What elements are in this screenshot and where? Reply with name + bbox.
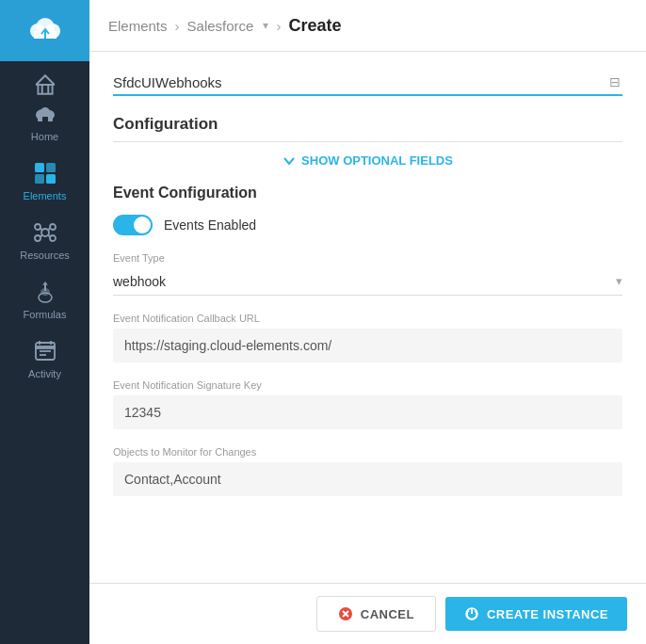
sidebar-item-activity[interactable]: Activity — [0, 328, 89, 387]
event-type-label: Event Type — [113, 252, 622, 264]
svg-rect-4 — [38, 85, 52, 94]
show-optional-fields-button[interactable]: SHOW OPTIONAL FIELDS — [113, 153, 622, 168]
main-content: Elements › Salesforce ▾ › Create ⊟ Confi… — [89, 0, 646, 644]
breadcrumb-dropdown-icon[interactable]: ▾ — [263, 19, 268, 32]
objects-monitor-label: Objects to Monitor for Changes — [113, 446, 622, 458]
signature-key-label: Event Notification Signature Key — [113, 379, 622, 391]
event-config-header: Event Configuration — [113, 185, 622, 201]
top-header: Elements › Salesforce ▾ › Create — [89, 0, 646, 52]
event-type-group: Event Type webhook — [113, 252, 622, 296]
form-area: ⊟ Configuration SHOW OPTIONAL FIELDS Eve… — [89, 52, 646, 583]
sidebar-resources-label: Resources — [20, 250, 70, 261]
create-instance-button[interactable]: CREATE INSTANCE — [445, 597, 627, 631]
signature-key-input[interactable] — [113, 395, 622, 429]
sidebar-elements-label: Elements — [24, 190, 67, 201]
events-enabled-row: Events Enabled — [113, 215, 622, 235]
power-icon — [464, 606, 479, 621]
callback-url-group: Event Notification Callback URL — [113, 313, 622, 362]
svg-point-18 — [50, 235, 56, 241]
sidebar-logo — [0, 0, 89, 61]
cancel-button[interactable]: CANCEL — [316, 596, 436, 632]
sidebar-item-elements[interactable]: Elements — [0, 150, 89, 209]
events-enabled-label: Events Enabled — [164, 217, 256, 233]
objects-monitor-value[interactable]: Contact,Account — [113, 462, 622, 496]
sidebar-formulas-label: Formulas — [24, 309, 67, 320]
sidebar: Home Elements — [0, 0, 89, 644]
breadcrumb-sep2: › — [276, 18, 281, 34]
svg-point-17 — [35, 235, 40, 241]
breadcrumb-salesforce[interactable]: Salesforce — [187, 18, 254, 34]
svg-line-19 — [40, 228, 42, 231]
svg-line-21 — [40, 234, 42, 237]
breadcrumb-current: Create — [288, 16, 341, 36]
instance-name-wrapper: ⊟ — [113, 71, 622, 96]
configuration-section-header: Configuration — [113, 115, 622, 142]
svg-point-16 — [50, 224, 56, 230]
callback-url-label: Event Notification Callback URL — [113, 313, 622, 324]
breadcrumb-elements[interactable]: Elements — [108, 18, 168, 34]
sidebar-item-home[interactable]: Home — [0, 61, 89, 150]
svg-rect-27 — [36, 346, 55, 348]
svg-rect-13 — [46, 174, 56, 184]
svg-rect-9 — [42, 117, 48, 121]
show-optional-label: SHOW OPTIONAL FIELDS — [301, 153, 453, 168]
svg-line-20 — [48, 228, 50, 231]
instance-name-bookmark-icon: ⊟ — [609, 74, 621, 89]
event-type-select[interactable]: webhook — [113, 268, 622, 296]
breadcrumb-sep1: › — [175, 18, 180, 34]
events-enabled-toggle[interactable] — [113, 215, 153, 235]
signature-key-group: Event Notification Signature Key — [113, 379, 622, 429]
event-type-select-wrapper: webhook — [113, 268, 622, 296]
footer: CANCEL CREATE INSTANCE — [89, 583, 646, 644]
objects-monitor-group: Objects to Monitor for Changes Contact,A… — [113, 446, 622, 496]
sidebar-item-formulas[interactable]: Formulas — [0, 268, 89, 328]
cancel-icon — [338, 606, 353, 621]
sidebar-home-label: Home — [31, 131, 58, 142]
create-instance-label: CREATE INSTANCE — [487, 607, 608, 621]
svg-rect-12 — [35, 174, 44, 184]
svg-rect-11 — [46, 163, 56, 172]
svg-point-15 — [35, 224, 40, 230]
svg-line-22 — [48, 234, 50, 237]
toggle-knob — [134, 217, 151, 233]
callback-url-input[interactable] — [113, 329, 622, 362]
chevron-down-icon — [283, 154, 296, 168]
cancel-label: CANCEL — [361, 607, 414, 621]
instance-name-input[interactable] — [113, 71, 622, 96]
sidebar-activity-label: Activity — [28, 368, 61, 379]
svg-rect-25 — [44, 284, 46, 291]
svg-rect-10 — [35, 163, 44, 172]
sidebar-item-resources[interactable]: Resources — [0, 209, 89, 268]
